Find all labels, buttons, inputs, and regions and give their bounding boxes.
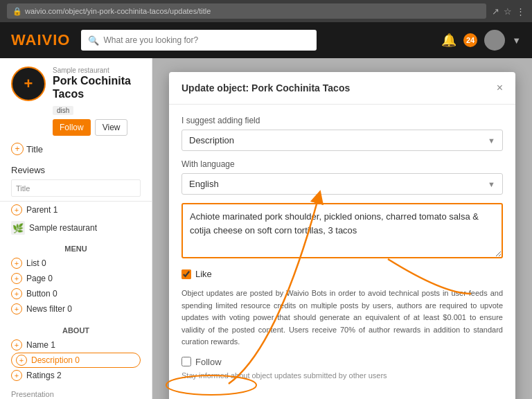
action-buttons: Follow View: [53, 119, 141, 136]
about-section: ABOUT + Name 1 + Description 0 + Ratings…: [0, 321, 152, 386]
modal-header: Update object: Pork Cochinita Tacos ×: [169, 72, 515, 105]
browser-bar: 🔒 waivio.com/object/yin-pork-cochinita-t…: [0, 0, 532, 22]
sidebar-item-name[interactable]: + Name 1: [11, 337, 141, 353]
presentation-section: Presentation ★ ★ ★ ★ ★ (0): [0, 386, 152, 399]
browser-action-icons: ↗ ☆ ⋮: [492, 6, 525, 17]
sidebar-item-page[interactable]: + Page 0: [11, 271, 141, 286]
external-link-icon[interactable]: ↗: [492, 6, 499, 17]
menu-title: MENU: [11, 242, 141, 256]
view-button[interactable]: View: [95, 119, 128, 136]
parent-item-label: Parent 1: [26, 205, 57, 215]
language-value: English: [189, 179, 219, 189]
like-label: Like: [195, 269, 212, 279]
like-checkbox[interactable]: [181, 269, 191, 279]
sidebar: + Sample restaurant Pork Cochinita Tacos…: [0, 58, 152, 399]
title-label: Title: [26, 144, 43, 154]
update-modal: Update object: Pork Cochinita Tacos × I …: [169, 72, 515, 399]
search-bar[interactable]: 🔍: [81, 30, 317, 51]
star-icon[interactable]: ☆: [504, 6, 512, 17]
language-select[interactable]: English ▼: [181, 173, 503, 195]
restaurant-info: Sample restaurant Pork Cochinita Tacos d…: [53, 66, 141, 136]
menu-section: MENU + List 0 + Page 0 + Button 0 + News…: [0, 238, 152, 321]
sample-icon: 🌿: [11, 221, 25, 235]
like-checkbox-row: Like: [181, 269, 503, 279]
sample-restaurant-item[interactable]: 🌿 Sample restaurant: [0, 218, 152, 238]
search-input[interactable]: [103, 35, 310, 45]
plus-icon: +: [24, 75, 33, 93]
description-add-icon: +: [16, 355, 27, 366]
newsfilter-add-icon: +: [11, 303, 22, 314]
main-content: Update object: Pork Cochinita Tacos × I …: [152, 58, 532, 399]
title-row: + Title: [0, 141, 152, 161]
header-right: 🔔 24 ▼: [441, 30, 521, 51]
description-label: Description 0: [31, 355, 80, 365]
follow-label: Follow: [195, 357, 222, 367]
sidebar-item-list[interactable]: + List 0: [11, 256, 141, 271]
search-icon: 🔍: [88, 35, 99, 46]
restaurant-label: Sample restaurant: [53, 66, 141, 74]
notification-badge: 24: [463, 33, 477, 47]
name-label: Name 1: [26, 340, 55, 350]
language-label: With language: [181, 159, 503, 169]
presentation-title: Presentation: [11, 390, 141, 398]
parent-add-icon: +: [11, 204, 22, 215]
button-label: Button 0: [26, 289, 57, 299]
description-field-select[interactable]: Description ▼: [181, 130, 503, 151]
waivio-logo[interactable]: WAIVIO: [11, 31, 70, 49]
restaurant-name: Pork Cochinita Tacos: [53, 74, 141, 100]
list-add-icon: +: [11, 258, 22, 269]
modal-close-button[interactable]: ×: [497, 82, 503, 94]
follow-checkbox-row: Follow: [181, 357, 503, 367]
description-field-value: Description: [189, 135, 234, 145]
user-avatar[interactable]: [484, 30, 505, 51]
sidebar-item-button[interactable]: + Button 0: [11, 286, 141, 301]
sidebar-item-newsfilter[interactable]: + News filter 0: [11, 301, 141, 317]
ratings-label: Ratings 2: [26, 371, 62, 380]
restaurant-header: + Sample restaurant Pork Cochinita Tacos…: [0, 58, 152, 141]
follow-checkbox[interactable]: [181, 357, 191, 366]
ratings-add-icon: +: [11, 370, 22, 381]
language-dropdown-arrow: ▼: [488, 180, 495, 188]
modal-title: Update object: Pork Cochinita Tacos: [181, 82, 350, 94]
sidebar-item-ratings[interactable]: + Ratings 2: [11, 368, 141, 383]
info-text: Object updates are posted by Waivio Bots…: [181, 287, 503, 348]
name-add-icon: +: [11, 339, 22, 351]
reviews-tab[interactable]: Reviews: [11, 165, 45, 179]
button-add-icon: +: [11, 288, 22, 299]
page-content: + Sample restaurant Pork Cochinita Tacos…: [0, 58, 532, 399]
follow-button[interactable]: Follow: [53, 119, 91, 136]
page-label: Page 0: [26, 274, 53, 283]
list-label: List 0: [26, 258, 46, 268]
notification-icon[interactable]: 🔔: [441, 33, 456, 48]
waivio-header: WAIVIO 🔍 🔔 24 ▼: [0, 22, 532, 58]
description-dropdown-arrow: ▼: [488, 136, 495, 145]
newsfilter-label: News filter 0: [26, 304, 72, 314]
description-textarea[interactable]: Achiote marinated pork shoulder, pickled…: [181, 203, 503, 258]
title-add-icon[interactable]: +: [11, 143, 24, 155]
sample-restaurant-label: Sample restaurant: [29, 223, 97, 233]
avatar-dropdown-icon[interactable]: ▼: [512, 35, 521, 46]
about-title: ABOUT: [11, 323, 141, 337]
sidebar-item-parent[interactable]: + Parent 1: [0, 202, 152, 218]
menu-dots-icon[interactable]: ⋮: [516, 6, 525, 17]
modal-overlay[interactable]: Update object: Pork Cochinita Tacos × I …: [152, 58, 532, 399]
table-title-col: Title: [16, 184, 30, 193]
url-text: waivio.com/object/yin-pork-cochinita-tac…: [25, 7, 211, 15]
page-add-icon: +: [11, 273, 22, 284]
url-bar[interactable]: 🔒 waivio.com/object/yin-pork-cochinita-t…: [7, 3, 486, 19]
sidebar-item-description[interactable]: + Description 0: [11, 353, 141, 368]
reviews-area: Reviews Title: [0, 161, 152, 202]
lock-icon: 🔒: [12, 7, 22, 16]
modal-body: I suggest adding field Description ▼ Wit…: [169, 105, 515, 399]
suggest-field-label: I suggest adding field: [181, 116, 503, 125]
dish-tag: dish: [53, 106, 73, 115]
restaurant-icon: +: [11, 66, 46, 101]
follow-sublabel: Stay informed about object updates submi…: [181, 371, 503, 380]
